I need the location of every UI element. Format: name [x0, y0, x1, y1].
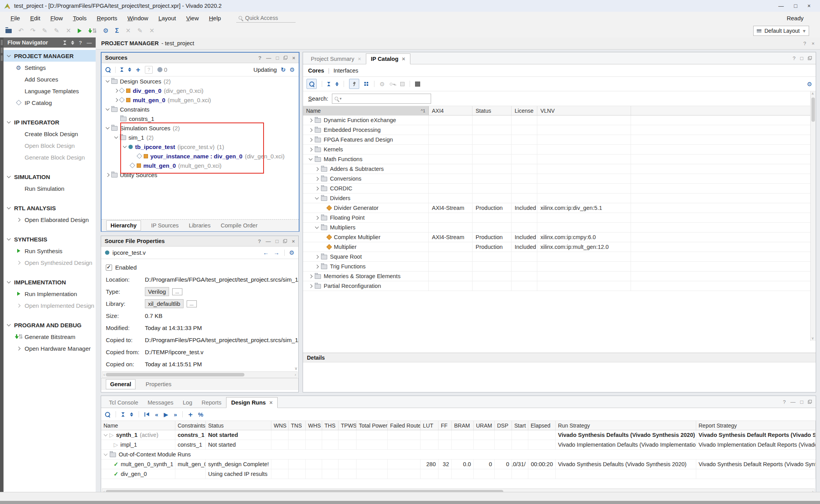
help-icon[interactable]	[258, 239, 261, 244]
ip-search-input[interactable]	[343, 95, 428, 102]
tab-hierarchy[interactable]: Hierarchy	[106, 220, 141, 231]
ip-row[interactable]: Math Functions	[303, 154, 816, 164]
undo-icon[interactable]	[18, 28, 23, 34]
float-icon[interactable]	[808, 56, 812, 60]
minimize-button[interactable]	[778, 3, 784, 9]
sidebar-item-open-elaborated-design[interactable]: Open Elaborated Design	[4, 214, 96, 225]
tab-project-summary[interactable]: Project Summary	[306, 54, 366, 64]
scrollbar-thumb[interactable]	[811, 98, 815, 122]
gear-icon[interactable]	[290, 67, 295, 73]
ip-row-divider-generator[interactable]: Divider GeneratorAXI4-StreamProductionIn…	[303, 203, 816, 213]
edit-icon[interactable]	[137, 28, 143, 34]
tree-row-constraints[interactable]: Constraints	[102, 105, 299, 114]
tree-row-mult-gen-0[interactable]: mult_gen_0(mult_gen_0.xci)	[102, 95, 299, 105]
add-sources-icon[interactable]	[136, 66, 140, 73]
sfp-header[interactable]: Source File Properties	[101, 236, 298, 247]
help-icon[interactable]	[783, 399, 786, 405]
menu-view[interactable]: View	[181, 13, 204, 23]
scroll-up-icon[interactable]	[811, 92, 814, 96]
tree-row-constrs-1[interactable]: constrs_1	[102, 114, 299, 123]
tab-compile-order[interactable]: Compile Order	[221, 222, 257, 229]
ip-row[interactable]: FPGA Features and Design	[303, 135, 816, 145]
menu-flow[interactable]: Flow	[45, 13, 68, 23]
sidebar-section-synthesis[interactable]: SYNTHESIS	[4, 233, 96, 245]
sidebar-section-ip-integrator[interactable]: IP INTEGRATOR	[4, 116, 96, 128]
generate-bitstream-icon[interactable]	[88, 28, 96, 34]
reports-sigma-icon[interactable]	[115, 28, 119, 34]
expand-all-icon[interactable]	[130, 412, 133, 417]
cancel-icon[interactable]	[149, 28, 154, 34]
tab-log[interactable]: Log	[178, 398, 197, 408]
ip-row[interactable]: Floating Point	[303, 213, 816, 223]
maximize-icon[interactable]	[276, 55, 279, 60]
subtab-cores[interactable]: Cores	[308, 67, 324, 74]
ip-row[interactable]: Adders & Subtracters	[303, 164, 816, 174]
run-icon[interactable]	[78, 28, 82, 33]
sources-panel-header[interactable]: Sources	[102, 53, 299, 63]
close-workspace-icon[interactable]	[811, 41, 815, 46]
close-icon[interactable]	[292, 55, 295, 60]
tab-ip-catalog[interactable]: IP Catalog	[366, 53, 410, 64]
tab-design-runs[interactable]: Design Runs	[226, 397, 278, 408]
search-icon[interactable]	[105, 412, 110, 417]
sidebar-item-add-sources[interactable]: Add Sources	[4, 73, 96, 85]
sidebar-section-rtl-analysis[interactable]: RTL ANALYSIS	[4, 202, 96, 214]
sidebar-item-run-implementation[interactable]: Run Implementation	[4, 288, 96, 300]
properties-icon[interactable]: ?	[145, 66, 153, 74]
hide-incompatible-icon[interactable]	[349, 79, 359, 89]
close-tab-icon[interactable]	[269, 400, 273, 406]
delete-icon[interactable]	[66, 28, 71, 34]
redo-icon[interactable]	[30, 28, 35, 34]
tree-row-tb-ipcore-test[interactable]: tb_ipcore_test(ipcore_test.v)(1)	[102, 142, 299, 151]
ip-vertical-scrollbar[interactable]	[810, 91, 816, 341]
menu-reports[interactable]: Reports	[92, 13, 123, 23]
scroll-down-icon[interactable]	[294, 366, 298, 371]
stop-icon[interactable]	[125, 28, 130, 34]
subtab-interfaces[interactable]: Interfaces	[333, 67, 358, 74]
help-icon[interactable]	[793, 56, 795, 61]
tab-messages[interactable]: Messages	[143, 398, 178, 408]
scrollbar-thumb[interactable]	[106, 373, 244, 376]
sidebar-item-settings[interactable]: Settings	[4, 62, 96, 73]
collapse-all-icon[interactable]	[120, 67, 123, 72]
type-browse-button[interactable]: ...	[172, 288, 182, 295]
quick-access-box[interactable]	[236, 14, 296, 23]
tree-row-div-gen-0[interactable]: div_gen_0(div_gen_0.xci)	[102, 86, 299, 95]
expand-all-icon[interactable]	[71, 41, 74, 45]
settings-gear-icon[interactable]	[807, 81, 812, 87]
maximize-icon[interactable]	[800, 56, 803, 61]
column-license[interactable]: License	[512, 106, 537, 115]
column-axi4[interactable]: AXI4	[429, 106, 472, 115]
quick-access-input[interactable]	[244, 14, 289, 21]
ip-row[interactable]: Embedded Processing	[303, 125, 816, 135]
tree-row-your-instance-name[interactable]: your_instance_name : div_gen_0(div_gen_0…	[102, 151, 299, 161]
float-icon[interactable]	[283, 239, 287, 243]
expand-all-icon[interactable]	[128, 67, 131, 72]
tab-properties[interactable]: Properties	[146, 381, 171, 387]
repository-icon[interactable]	[415, 82, 420, 87]
search-icon[interactable]	[307, 79, 317, 89]
ip-row[interactable]: Trig Functions	[303, 262, 816, 272]
collapse-all-icon[interactable]	[327, 82, 330, 86]
ip-row[interactable]: Square Root	[303, 252, 816, 262]
forward-icon[interactable]	[274, 250, 280, 256]
help-icon[interactable]	[258, 55, 262, 60]
maximize-button[interactable]	[794, 3, 797, 9]
group-by-icon[interactable]	[364, 82, 366, 83]
minimize-icon[interactable]	[266, 239, 271, 244]
tree-row-design-sources[interactable]: Design Sources(2)	[102, 76, 299, 86]
sidebar-item-open-implemented-design[interactable]: Open Implemented Design	[4, 300, 96, 311]
minimize-icon[interactable]	[266, 55, 271, 60]
run-row-div-gen-0[interactable]: div_gen_0 Using cached IP results	[101, 469, 816, 479]
sidebar-item-create-block-design[interactable]: Create Block Design	[4, 128, 96, 140]
sidebar-item-open-block-design[interactable]: Open Block Design	[4, 140, 96, 151]
run-row-synth-1[interactable]: synth_1(active) constrs_1Not started Viv…	[101, 430, 816, 440]
menu-file[interactable]: File	[5, 13, 25, 23]
sidebar-item-generate-bitstream[interactable]: Generate Bitstream	[4, 331, 96, 343]
close-icon[interactable]	[292, 239, 295, 244]
layout-selector[interactable]: Default Layout	[753, 26, 809, 36]
expand-all-icon[interactable]	[335, 82, 339, 86]
sidebar-item-open-synthesized-design[interactable]: Open Synthesized Design	[4, 257, 96, 268]
minimize-icon[interactable]	[790, 399, 795, 405]
ip-row[interactable]: Memories & Storage Elements	[303, 272, 816, 281]
